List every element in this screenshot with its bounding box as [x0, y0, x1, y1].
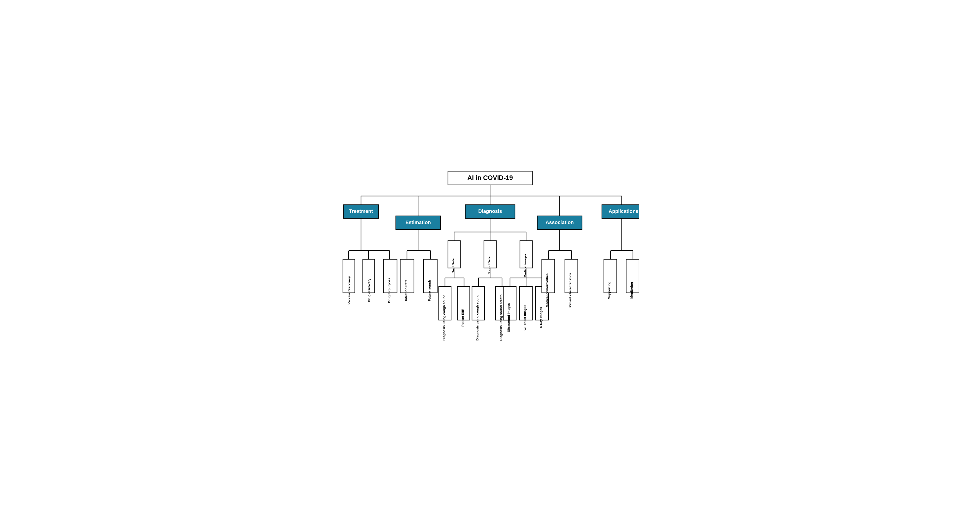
drug-discovery: Drug discovery: [367, 278, 371, 302]
xray-images: X-Ray Images: [539, 307, 543, 328]
medical-comorbidities: Medical comorbidities: [545, 273, 549, 308]
sound-cough-sound: Diagnosis using cough sound: [476, 295, 479, 341]
diagram: .svg-blue { fill: #1a7fa0; stroke: #000;…: [341, 166, 639, 365]
future-rounds: Future rounds: [428, 279, 431, 301]
medical-images-node: Medical images: [523, 254, 527, 277]
drug-firpurpose: Drug Firpurpose: [387, 277, 391, 303]
applications-node: Applications: [608, 208, 638, 214]
text-data-node: Text Data: [452, 258, 455, 273]
patient-characteristics: Patient characteristics: [568, 273, 572, 308]
ultrasound-images: Ultrasound images: [507, 303, 511, 332]
association-node: Association: [546, 220, 574, 225]
root-title: AI in COVID-19: [467, 174, 513, 181]
sound-data-node: Sound Data: [487, 256, 491, 274]
patient-eiir: Patient EIIR: [461, 308, 465, 327]
infection-rate: Infection Rate: [404, 280, 408, 301]
diagnosis-node: Diagnosis: [478, 208, 502, 214]
treatment-node: Treatment: [349, 208, 373, 214]
monitoring-node: Monitoring: [630, 282, 633, 298]
supporting-node: Supporting: [607, 282, 611, 299]
estimation-node: Estimation: [405, 220, 431, 225]
sound-breath: Diagnosis using sound breath: [499, 295, 503, 341]
vaccine-discovery: Vaccine Discovery: [347, 276, 351, 304]
text-cough-sound: Diagnosis using cough sound: [442, 295, 446, 341]
ct-chest-images: CT-chest images: [523, 305, 527, 330]
tree-diagram: .svg-blue { fill: #1a7fa0; stroke: #000;…: [341, 166, 639, 365]
